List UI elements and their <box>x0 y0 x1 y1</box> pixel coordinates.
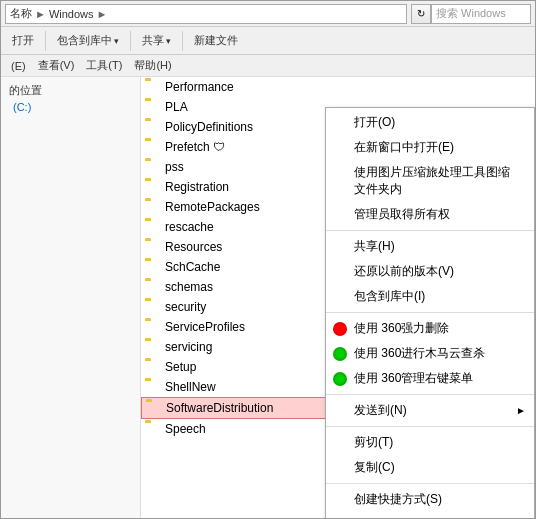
ctx-sendto-label: 发送到(N) <box>354 402 407 419</box>
sidebar-drive-link[interactable]: (C:) <box>1 100 140 114</box>
refresh-button[interactable]: ↻ <box>411 4 431 24</box>
ctx-create-shortcut[interactable]: 创建快捷方式(S) <box>326 487 534 512</box>
ctx-sep-4 <box>326 426 534 427</box>
menu-edit[interactable]: (E) <box>5 58 32 74</box>
ctx-delete-label: 删除(D) <box>354 516 395 518</box>
ctx-compress-label: 使用图片压缩旅处理工具图缩文件夹内 <box>354 164 514 198</box>
toolbar-sep-2 <box>130 31 131 51</box>
ctx-share[interactable]: 共享(H) <box>326 234 534 259</box>
list-item[interactable]: Performance <box>141 77 535 97</box>
360-red-circle <box>333 322 347 336</box>
new-label: 新建文件 <box>194 33 238 48</box>
folder-icon <box>145 239 161 255</box>
folder-icon <box>145 279 161 295</box>
search-box[interactable]: 搜索 Windows <box>431 4 531 24</box>
toolbar-sep-3 <box>182 31 183 51</box>
folder-icon <box>145 339 161 355</box>
folder-icon <box>145 319 161 335</box>
folder-icon <box>145 299 161 315</box>
include-label: 包含到库中 <box>57 33 112 48</box>
ctx-restore-label: 还原以前的版本(V) <box>354 263 454 280</box>
ctx-360-menu[interactable]: 使用 360管理右键菜单 <box>326 366 534 391</box>
ctx-include-lib[interactable]: 包含到库中(I) <box>326 284 534 309</box>
sidebar-location-label: 的位置 <box>1 81 140 100</box>
ctx-360-delete-label: 使用 360强力删除 <box>354 320 449 337</box>
ctx-cut[interactable]: 剪切(T) <box>326 430 534 455</box>
folder-icon <box>145 199 161 215</box>
explorer-window: 名称 ► Windows ► ↻ 搜索 Windows 打开 包含到库中 ▾ 共… <box>0 0 536 519</box>
ctx-create-shortcut-label: 创建快捷方式(S) <box>354 491 442 508</box>
ctx-cut-label: 剪切(T) <box>354 434 393 451</box>
folder-icon <box>145 79 161 95</box>
menu-help[interactable]: 帮助(H) <box>128 56 177 75</box>
ctx-open-new-label: 在新窗口中打开(E) <box>354 139 454 156</box>
folder-icon <box>145 359 161 375</box>
ctx-copy[interactable]: 复制(C) <box>326 455 534 480</box>
ctx-sep-3 <box>326 394 534 395</box>
content-area: 的位置 (C:) Performance PLA PolicyDefinitio… <box>1 77 535 518</box>
address-bar: 名称 ► Windows ► ↻ 搜索 Windows <box>1 1 535 27</box>
ctx-360-menu-label: 使用 360管理右键菜单 <box>354 370 473 387</box>
folder-icon <box>145 139 161 155</box>
ctx-compress[interactable]: 使用图片压缩旅处理工具图缩文件夹内 <box>326 160 534 202</box>
ctx-open-new-window[interactable]: 在新窗口中打开(E) <box>326 135 534 160</box>
breadcrumb-local-disk[interactable]: 名称 <box>10 6 32 21</box>
breadcrumb-windows[interactable]: Windows <box>49 8 94 20</box>
360-menu-icon <box>332 371 348 387</box>
search-placeholder: 搜索 Windows <box>436 6 506 21</box>
folder-icon <box>146 400 162 416</box>
folder-icon <box>145 179 161 195</box>
sidebar-section-location: 的位置 (C:) <box>1 81 140 114</box>
ctx-copy-label: 复制(C) <box>354 459 395 476</box>
ctx-admin[interactable]: 管理员取得所有权 <box>326 202 534 227</box>
sidebar: 的位置 (C:) <box>1 77 141 518</box>
ctx-share-label: 共享(H) <box>354 238 395 255</box>
ctx-include-lib-label: 包含到库中(I) <box>354 288 425 305</box>
breadcrumb-sep-1: ► <box>35 8 46 20</box>
open-button[interactable]: 打开 <box>5 30 41 52</box>
include-arrow: ▾ <box>114 36 119 46</box>
context-menu: 打开(O) 在新窗口中打开(E) 使用图片压缩旅处理工具图缩文件夹内 管理员取得… <box>325 107 535 518</box>
open-label: 打开 <box>12 33 34 48</box>
breadcrumb-sep-2: ► <box>97 8 108 20</box>
ctx-360-delete[interactable]: 使用 360强力删除 <box>326 316 534 341</box>
ctx-sendto-arrow: ► <box>516 405 526 416</box>
file-name: Performance <box>165 80 531 94</box>
ctx-sep-2 <box>326 312 534 313</box>
ctx-delete[interactable]: 删除(D) <box>326 512 534 518</box>
folder-icon <box>145 421 161 437</box>
menu-view[interactable]: 查看(V) <box>32 56 81 75</box>
menu-tools[interactable]: 工具(T) <box>80 56 128 75</box>
folder-icon <box>145 259 161 275</box>
address-bar-right: ↻ 搜索 Windows <box>411 4 531 24</box>
share-arrow: ▾ <box>166 36 171 46</box>
folder-icon <box>145 219 161 235</box>
include-button[interactable]: 包含到库中 ▾ <box>50 30 126 52</box>
folder-icon <box>145 119 161 135</box>
ctx-open-label: 打开(O) <box>354 114 395 131</box>
menu-bar: (E) 查看(V) 工具(T) 帮助(H) <box>1 55 535 77</box>
ctx-admin-label: 管理员取得所有权 <box>354 206 450 223</box>
toolbar-sep-1 <box>45 31 46 51</box>
ctx-restore[interactable]: 还原以前的版本(V) <box>326 259 534 284</box>
360-scan-icon <box>332 346 348 362</box>
ctx-360-scan-label: 使用 360进行木马云查杀 <box>354 345 485 362</box>
folder-icon <box>145 159 161 175</box>
ctx-sep-1 <box>326 230 534 231</box>
360-delete-icon <box>332 321 348 337</box>
ctx-360-scan[interactable]: 使用 360进行木马云查杀 <box>326 341 534 366</box>
ctx-open[interactable]: 打开(O) <box>326 110 534 135</box>
file-list[interactable]: Performance PLA PolicyDefinitions Prefet… <box>141 77 535 518</box>
ctx-sep-5 <box>326 483 534 484</box>
toolbar: 打开 包含到库中 ▾ 共享 ▾ 新建文件 <box>1 27 535 55</box>
folder-icon <box>145 99 161 115</box>
360-green-circle-2 <box>333 372 347 386</box>
folder-icon <box>145 379 161 395</box>
share-label: 共享 <box>142 33 164 48</box>
address-path[interactable]: 名称 ► Windows ► <box>5 4 407 24</box>
360-green-circle <box>333 347 347 361</box>
new-button[interactable]: 新建文件 <box>187 30 245 52</box>
ctx-sendto[interactable]: 发送到(N) ► <box>326 398 534 423</box>
share-button[interactable]: 共享 ▾ <box>135 30 178 52</box>
